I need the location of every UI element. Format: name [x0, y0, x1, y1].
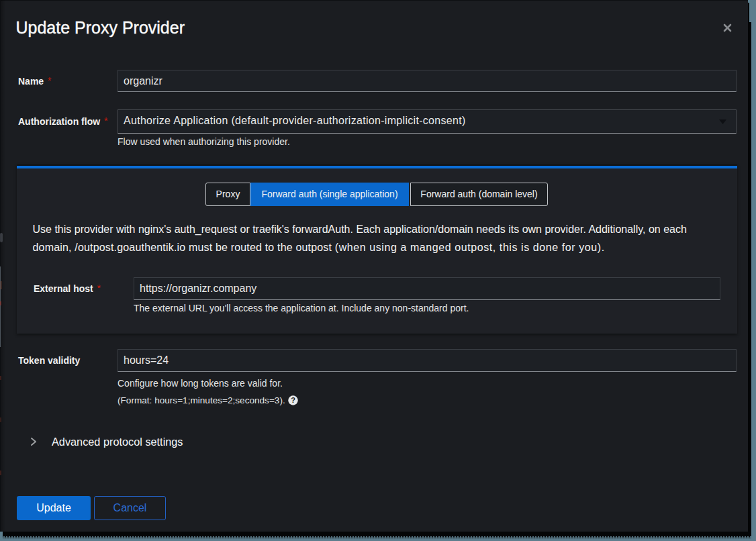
svg-text:?: ? — [291, 396, 295, 404]
